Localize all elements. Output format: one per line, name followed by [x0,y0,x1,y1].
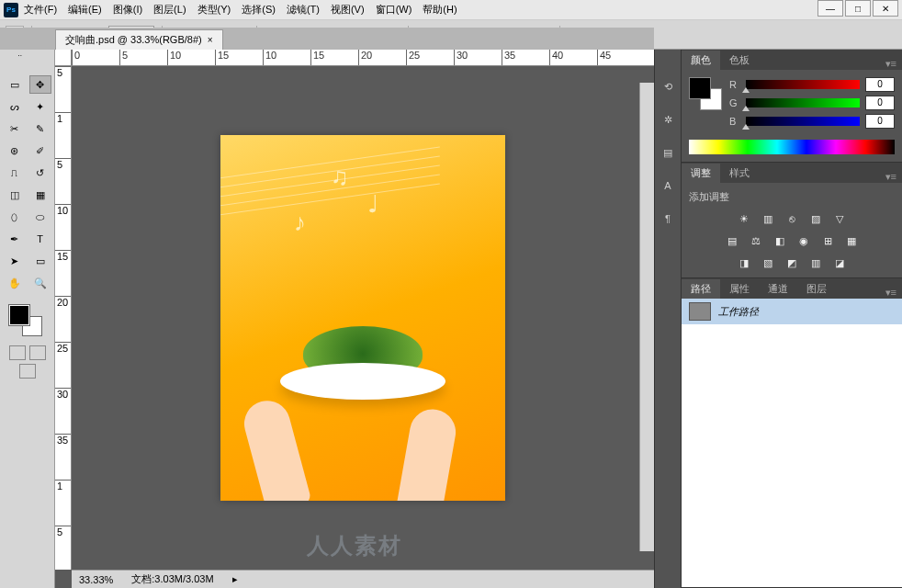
panel-color-swatch[interactable] [689,77,722,110]
b-value[interactable]: 0 [865,114,895,129]
r-slider[interactable] [746,80,860,89]
magic-wand-tool[interactable]: ✦ [29,97,51,116]
b-label: B [729,116,740,127]
history-brush-tool[interactable]: ↺ [29,164,51,182]
quickmask-mask-icon[interactable] [29,345,46,360]
collapsed-panel-strip: ⟲ ✲ ▤ A ¶ [654,50,682,588]
brush-tool[interactable]: ✐ [29,141,51,160]
lasso-tool[interactable]: ᔕ [4,97,26,116]
channelmixer-adj-icon[interactable]: ⊞ [819,233,836,248]
doc-info: 文档:3.03M/3.03M [131,572,213,586]
threshold-adj-icon[interactable]: ◩ [784,255,800,270]
vibrance-adj-icon[interactable]: ▽ [831,211,848,226]
menu-layer[interactable]: 图层(L) [153,3,186,17]
exposure-adj-icon[interactable]: ▨ [807,211,824,226]
r-value[interactable]: 0 [865,77,895,92]
toolbox-collapse-icon[interactable]: ·· [18,51,37,59]
curves-adj-icon[interactable]: ⎋ [784,211,800,226]
brightness-adj-icon[interactable]: ☀ [736,211,752,226]
tab-channels[interactable]: 通道 [759,279,797,299]
close-tab-icon[interactable]: × [208,35,213,45]
shape-tool[interactable]: ▭ [29,252,51,270]
swatches-panel-icon[interactable]: ▤ [659,143,677,162]
menu-file[interactable]: 文件(F) [24,3,57,17]
move-tool[interactable]: ✥ [29,75,51,94]
brush-panel-icon[interactable]: ✲ [659,110,677,129]
blackwhite-adj-icon[interactable]: ◧ [772,233,788,248]
panel-menu-icon[interactable]: ▾≡ [880,171,902,183]
pen-tool[interactable]: ✒ [4,230,26,248]
invert-adj-icon[interactable]: ◨ [736,255,752,270]
type-tool[interactable]: T [29,230,51,248]
tab-properties[interactable]: 属性 [720,279,759,299]
eyedropper-tool[interactable]: ✎ [29,119,51,138]
menu-view[interactable]: 视图(V) [331,3,365,17]
blur-tool[interactable]: ⬯ [4,208,26,226]
horizontal-ruler[interactable]: 0510151015202530354045 [72,50,654,66]
posterize-adj-icon[interactable]: ▧ [760,255,776,270]
tab-styles[interactable]: 样式 [720,164,759,183]
gradientmap-adj-icon[interactable]: ▥ [807,255,824,270]
color-spectrum[interactable] [689,140,895,154]
canvas-viewport[interactable]: ♫ ♪ ♩ [72,66,654,570]
zoom-tool[interactable]: 🔍 [29,274,51,292]
ruler-origin[interactable] [55,50,72,66]
g-slider[interactable] [746,98,860,107]
g-value[interactable]: 0 [865,96,895,110]
tab-layers[interactable]: 图层 [797,279,836,299]
add-adjustment-label: 添加调整 [689,190,895,204]
menu-window[interactable]: 窗口(W) [376,3,412,17]
photofilter-adj-icon[interactable]: ◉ [795,233,812,248]
colorbalance-adj-icon[interactable]: ⚖ [748,233,764,248]
character-panel-icon[interactable]: A [659,176,677,195]
hand-left-decoration [239,396,311,501]
levels-adj-icon[interactable]: ▥ [760,211,776,226]
screen-mode-icon[interactable] [19,364,36,379]
document-artwork[interactable]: ♫ ♪ ♩ [220,135,505,501]
tab-swatches[interactable]: 色板 [720,51,759,70]
b-slider[interactable] [746,117,860,126]
zoom-level[interactable]: 33.33% [79,574,113,585]
close-button[interactable]: ✕ [873,0,898,17]
tab-color[interactable]: 颜色 [682,51,720,70]
path-item[interactable]: 工作路径 [682,299,902,324]
main-area: ·· ▭ ✥ ᔕ ✦ ✂ ✎ ⊛ ✐ ⎍ ↺ ◫ ▦ ⬯ ⬭ ✒ T ➤ ▭ ✋… [0,50,902,588]
path-item-label: 工作路径 [718,305,759,319]
path-select-tool[interactable]: ➤ [4,252,26,270]
minimize-button[interactable]: — [817,0,843,17]
quickmask-standard-icon[interactable] [9,345,26,360]
selectivecolor-adj-icon[interactable]: ◪ [831,255,848,270]
menu-type[interactable]: 类型(Y) [197,3,231,17]
panel-fg-swatch[interactable] [689,77,711,99]
eraser-tool[interactable]: ◫ [4,186,26,204]
menu-edit[interactable]: 编辑(E) [68,3,102,17]
menu-select[interactable]: 选择(S) [242,3,276,17]
menu-image[interactable]: 图像(I) [113,3,142,17]
marquee-tool[interactable]: ▭ [4,75,26,94]
panel-menu-icon[interactable]: ▾≡ [880,58,902,70]
foreground-color-swatch[interactable] [9,305,29,325]
main-menu: 文件(F) 编辑(E) 图像(I) 图层(L) 类型(Y) 选择(S) 滤镜(T… [24,3,457,17]
doc-info-dropdown-icon[interactable]: ▸ [232,573,238,585]
music-note-icon: ♪ [294,209,306,237]
hand-tool[interactable]: ✋ [4,274,26,292]
healing-tool[interactable]: ⊛ [4,141,26,160]
dodge-tool[interactable]: ⬭ [29,208,51,226]
tab-paths[interactable]: 路径 [682,279,720,299]
crop-tool[interactable]: ✂ [4,119,26,138]
panel-menu-icon[interactable]: ▾≡ [880,287,902,299]
hue-adj-icon[interactable]: ▤ [724,233,740,248]
menu-help[interactable]: 帮助(H) [423,3,457,17]
vertical-ruler[interactable]: 51510152025303515 [55,66,72,570]
menu-filter[interactable]: 滤镜(T) [287,3,320,17]
clone-tool[interactable]: ⎍ [4,164,26,182]
tab-adjustments[interactable]: 调整 [682,164,720,183]
gradient-tool[interactable]: ▦ [29,186,51,204]
maximize-button[interactable]: □ [845,0,871,17]
plate-decoration [280,363,445,400]
colorlookup-adj-icon[interactable]: ▦ [843,233,860,248]
document-tab[interactable]: 交响曲.psd @ 33.3%(RGB/8#) × [55,29,223,50]
history-panel-icon[interactable]: ⟲ [659,77,677,96]
paragraph-panel-icon[interactable]: ¶ [659,209,677,228]
vertical-scrollbar[interactable] [639,83,654,551]
